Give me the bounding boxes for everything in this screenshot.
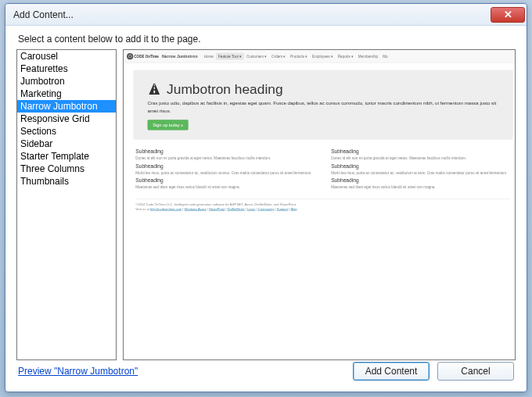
template-item[interactable]: Sections xyxy=(17,125,116,138)
preview-footer: ©2014 Code OnTime LLC. Intelligent code … xyxy=(135,198,510,216)
svg-rect-2 xyxy=(153,90,155,92)
window-title: Add Content... xyxy=(13,9,74,20)
jumbotron-heading: Jumbotron heading xyxy=(167,81,282,97)
preview-nav-link[interactable]: Employees ▾ xyxy=(310,52,336,59)
add-content-dialog: Add Content... ✕ Select a content below … xyxy=(5,3,527,392)
close-icon: ✕ xyxy=(504,9,512,20)
footer-link[interactable]: Windows Azure xyxy=(185,207,207,211)
preview-pane: ◯ CODE OnTime Narrow Jumbotron HomeFeatu… xyxy=(123,49,516,360)
logo-icon: ◯ xyxy=(127,53,133,59)
svg-rect-1 xyxy=(154,87,155,89)
preview-nav-link[interactable]: Mo xyxy=(380,52,390,59)
footer-link[interactable]: SharePoint xyxy=(209,207,225,211)
preview-subheading: Subheading xyxy=(331,177,510,184)
preview-nav: ◯ CODE OnTime Narrow Jumbotron HomeFeatu… xyxy=(124,50,516,63)
logo-text: CODE OnTime xyxy=(134,54,159,58)
template-item[interactable]: Narrow Jumbotron xyxy=(17,100,116,113)
footer-link[interactable]: Support xyxy=(277,207,288,211)
add-content-button[interactable]: Add Content xyxy=(353,362,430,381)
footer-link[interactable]: Community xyxy=(258,207,275,211)
prompt-text: Select a content below to add it to the … xyxy=(5,26,527,49)
signup-button[interactable]: Sign up today » xyxy=(148,120,189,130)
preview-nav-link[interactable]: Reports ▾ xyxy=(336,52,356,59)
preview-subheading: Subheading xyxy=(331,148,510,155)
template-item[interactable]: Three Columns xyxy=(17,163,116,175)
template-item[interactable]: Carousel xyxy=(17,50,116,63)
preview-column: SubheadingDonec id elit non mi porta gra… xyxy=(331,146,510,192)
preview-nav-link[interactable]: Home xyxy=(202,52,216,59)
preview-nav-link[interactable]: Orders ▾ xyxy=(269,52,288,59)
preview-subdesc: Morbi leo risus, porta ac consectetur ac… xyxy=(331,170,510,175)
template-item[interactable]: Responsive Grid xyxy=(17,113,116,125)
preview-subdesc: Donec id elit non mi porta gravida at eg… xyxy=(331,156,510,160)
preview-nav-link[interactable]: Products ▾ xyxy=(288,52,310,59)
preview-subdesc: Maecenas sed diam eget risus varius blan… xyxy=(331,184,510,189)
jumbotron: Jumbotron heading Cras justo odio, dapib… xyxy=(133,70,513,140)
preview-subdesc: Morbi leo risus, porta ac consectetur ac… xyxy=(135,170,315,175)
jumbotron-desc: Cras justo odio, dapibus ac facilisis in… xyxy=(148,100,499,114)
preview-link[interactable]: Preview "Narrow Jumbotron" xyxy=(18,366,138,377)
footer-link[interactable]: http://codeontime.com xyxy=(150,207,182,211)
road-icon xyxy=(148,82,161,95)
template-item[interactable]: Thumbnails xyxy=(17,175,116,188)
preview-subdesc: Maecenas sed diam eget risus varius blan… xyxy=(135,184,315,189)
template-item[interactable]: Marketing xyxy=(17,88,116,100)
template-item[interactable]: Jumbotron xyxy=(17,75,116,88)
template-item[interactable]: Sidebar xyxy=(17,138,116,150)
footer-link[interactable]: DotNetNuke xyxy=(228,207,245,211)
preview-nav-link[interactable]: Membership xyxy=(356,52,380,59)
preview-subheading: Subheading xyxy=(135,163,315,170)
svg-rect-0 xyxy=(154,84,155,86)
preview-nav-link[interactable]: Feature Tour ▾ xyxy=(216,52,244,59)
close-button[interactable]: ✕ xyxy=(491,7,525,23)
preview-columns: SubheadingDonec id elit non mi porta gra… xyxy=(135,146,510,192)
titlebar: Add Content... ✕ xyxy=(5,4,527,26)
template-listbox[interactable]: CarouselFeaturettesJumbotronMarketingNar… xyxy=(16,49,117,360)
cancel-button[interactable]: Cancel xyxy=(437,362,514,381)
preview-subheading: Subheading xyxy=(331,163,510,170)
footer-link[interactable]: Learn xyxy=(247,207,255,211)
template-item[interactable]: Featurettes xyxy=(17,63,116,75)
dialog-body: CarouselFeaturettesJumbotronMarketingNar… xyxy=(5,49,527,352)
preview-column: SubheadingDonec id elit non mi porta gra… xyxy=(135,146,315,192)
footer-link[interactable]: Blog xyxy=(290,207,297,211)
footer-line2: Visit us at http://codeontime.com | Wind… xyxy=(135,207,510,212)
preview-nav-link[interactable]: Customers ▾ xyxy=(244,52,269,59)
preview-subheading: Subheading xyxy=(135,148,315,155)
preview-subheading: Subheading xyxy=(135,177,315,184)
template-item[interactable]: Starter Template xyxy=(17,150,116,163)
preview-subdesc: Donec id elit non mi porta gravida at eg… xyxy=(135,156,315,160)
preview-brand: Narrow Jumbotron xyxy=(162,54,198,59)
preview-logo: ◯ CODE OnTime xyxy=(127,53,159,59)
